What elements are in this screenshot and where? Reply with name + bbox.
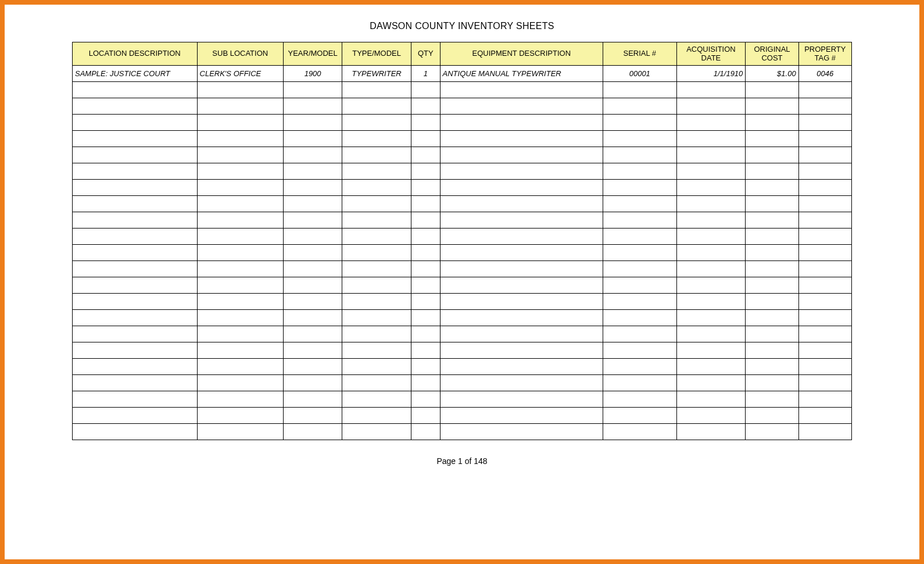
empty-cell[interactable]: [440, 424, 603, 440]
empty-cell[interactable]: [342, 294, 411, 310]
empty-cell[interactable]: [746, 82, 798, 98]
empty-cell[interactable]: [197, 229, 284, 245]
empty-cell[interactable]: [73, 310, 198, 326]
empty-cell[interactable]: [603, 391, 677, 408]
empty-cell[interactable]: [798, 408, 851, 424]
empty-cell[interactable]: [603, 212, 677, 229]
empty-cell[interactable]: [603, 310, 677, 326]
empty-cell[interactable]: [798, 326, 851, 342]
empty-cell[interactable]: [746, 342, 798, 359]
cell-equipment-description[interactable]: ANTIQUE MANUAL TYPEWRITER: [440, 66, 603, 82]
empty-cell[interactable]: [676, 359, 746, 375]
empty-cell[interactable]: [746, 196, 798, 212]
empty-cell[interactable]: [284, 310, 342, 326]
empty-cell[interactable]: [746, 147, 798, 163]
empty-cell[interactable]: [342, 98, 411, 115]
empty-cell[interactable]: [411, 131, 440, 147]
empty-cell[interactable]: [440, 261, 603, 277]
empty-cell[interactable]: [284, 131, 342, 147]
empty-cell[interactable]: [342, 342, 411, 359]
empty-cell[interactable]: [284, 391, 342, 408]
empty-cell[interactable]: [603, 229, 677, 245]
empty-cell[interactable]: [746, 375, 798, 391]
empty-cell[interactable]: [342, 196, 411, 212]
empty-cell[interactable]: [197, 310, 284, 326]
empty-cell[interactable]: [440, 147, 603, 163]
empty-cell[interactable]: [798, 82, 851, 98]
empty-cell[interactable]: [197, 277, 284, 294]
cell-original-cost[interactable]: $1.00: [746, 66, 798, 82]
empty-cell[interactable]: [411, 196, 440, 212]
empty-cell[interactable]: [440, 391, 603, 408]
empty-cell[interactable]: [342, 391, 411, 408]
empty-cell[interactable]: [676, 245, 746, 261]
empty-cell[interactable]: [798, 342, 851, 359]
empty-cell[interactable]: [746, 391, 798, 408]
empty-cell[interactable]: [342, 229, 411, 245]
empty-cell[interactable]: [746, 261, 798, 277]
empty-cell[interactable]: [73, 375, 198, 391]
empty-cell[interactable]: [746, 98, 798, 115]
empty-cell[interactable]: [197, 196, 284, 212]
empty-cell[interactable]: [676, 196, 746, 212]
empty-cell[interactable]: [746, 408, 798, 424]
empty-cell[interactable]: [603, 115, 677, 131]
empty-cell[interactable]: [284, 326, 342, 342]
empty-cell[interactable]: [342, 375, 411, 391]
empty-cell[interactable]: [676, 180, 746, 196]
empty-cell[interactable]: [284, 163, 342, 180]
empty-cell[interactable]: [440, 245, 603, 261]
empty-cell[interactable]: [440, 196, 603, 212]
empty-cell[interactable]: [746, 131, 798, 147]
empty-cell[interactable]: [197, 180, 284, 196]
empty-cell[interactable]: [197, 391, 284, 408]
empty-cell[interactable]: [676, 408, 746, 424]
empty-cell[interactable]: [342, 180, 411, 196]
cell-acquisition-date[interactable]: 1/1/1910: [676, 66, 746, 82]
empty-cell[interactable]: [603, 196, 677, 212]
empty-cell[interactable]: [603, 326, 677, 342]
empty-cell[interactable]: [603, 131, 677, 147]
empty-cell[interactable]: [284, 115, 342, 131]
empty-cell[interactable]: [73, 359, 198, 375]
empty-cell[interactable]: [440, 115, 603, 131]
empty-cell[interactable]: [197, 261, 284, 277]
empty-cell[interactable]: [676, 326, 746, 342]
empty-cell[interactable]: [73, 180, 198, 196]
empty-cell[interactable]: [411, 294, 440, 310]
cell-location-description[interactable]: SAMPLE: JUSTICE COURT: [73, 66, 198, 82]
empty-cell[interactable]: [798, 98, 851, 115]
empty-cell[interactable]: [440, 326, 603, 342]
empty-cell[interactable]: [342, 326, 411, 342]
empty-cell[interactable]: [798, 261, 851, 277]
empty-cell[interactable]: [342, 310, 411, 326]
empty-cell[interactable]: [73, 277, 198, 294]
empty-cell[interactable]: [676, 424, 746, 440]
empty-cell[interactable]: [73, 424, 198, 440]
empty-cell[interactable]: [284, 375, 342, 391]
empty-cell[interactable]: [342, 261, 411, 277]
empty-cell[interactable]: [411, 277, 440, 294]
empty-cell[interactable]: [603, 294, 677, 310]
empty-cell[interactable]: [197, 326, 284, 342]
empty-cell[interactable]: [411, 98, 440, 115]
cell-year-model[interactable]: 1900: [284, 66, 342, 82]
empty-cell[interactable]: [746, 310, 798, 326]
empty-cell[interactable]: [73, 261, 198, 277]
empty-cell[interactable]: [798, 115, 851, 131]
empty-cell[interactable]: [746, 424, 798, 440]
empty-cell[interactable]: [284, 277, 342, 294]
empty-cell[interactable]: [676, 98, 746, 115]
empty-cell[interactable]: [197, 408, 284, 424]
empty-cell[interactable]: [197, 82, 284, 98]
empty-cell[interactable]: [284, 342, 342, 359]
cell-property-tag[interactable]: 0046: [798, 66, 851, 82]
empty-cell[interactable]: [73, 196, 198, 212]
empty-cell[interactable]: [440, 131, 603, 147]
empty-cell[interactable]: [284, 98, 342, 115]
empty-cell[interactable]: [603, 359, 677, 375]
empty-cell[interactable]: [746, 163, 798, 180]
empty-cell[interactable]: [284, 408, 342, 424]
empty-cell[interactable]: [676, 391, 746, 408]
empty-cell[interactable]: [284, 424, 342, 440]
